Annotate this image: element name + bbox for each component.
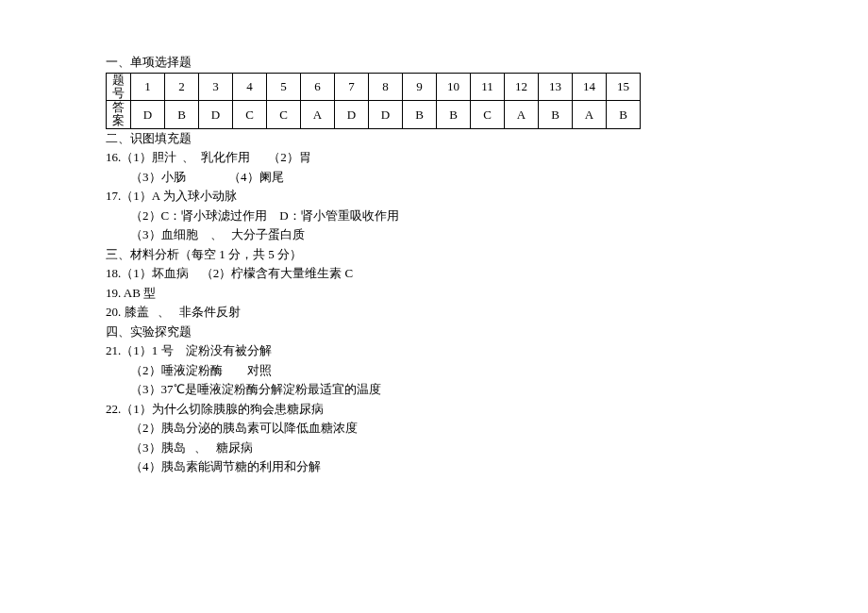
col-ans: C — [471, 101, 505, 129]
col-ans: C — [233, 101, 267, 129]
col-ans: B — [165, 101, 199, 129]
col-num: 12 — [505, 73, 539, 101]
col-num: 10 — [437, 73, 471, 101]
q17-line3: （3）血细胞 、 大分子蛋白质 — [106, 225, 868, 244]
col-ans: D — [199, 101, 233, 129]
col-num: 15 — [607, 73, 641, 101]
q21-line3: （3）37℃是唾液淀粉酶分解淀粉最适宜的温度 — [106, 380, 868, 399]
col-num: 7 — [335, 73, 369, 101]
col-num: 2 — [165, 73, 199, 101]
col-ans: A — [505, 101, 539, 129]
section-3-heading: 三、材料分析（每空 1 分，共 5 分） — [106, 245, 868, 264]
q22-line4: （4）胰岛素能调节糖的利用和分解 — [106, 457, 868, 476]
col-ans: B — [539, 101, 573, 129]
q18-line1: 18.（1）坏血病 （2）柠檬含有大量维生素 C — [106, 264, 868, 283]
col-num: 9 — [403, 73, 437, 101]
col-num: 11 — [471, 73, 505, 101]
q17-line1: 17.（1）A 为入球小动脉 — [106, 187, 868, 206]
col-num: 8 — [369, 73, 403, 101]
q20-line1: 20. 膝盖 、 非条件反射 — [106, 303, 868, 322]
table-row: 答案 D B D C C A D D B B C A B A B — [107, 101, 641, 129]
col-ans: B — [437, 101, 471, 129]
col-ans: A — [301, 101, 335, 129]
col-num: 13 — [539, 73, 573, 101]
col-ans: D — [369, 101, 403, 129]
q16-line2: （3）小肠 （4）阑尾 — [106, 168, 868, 187]
q21-line1: 21.（1）1 号 淀粉没有被分解 — [106, 341, 868, 360]
col-ans: B — [403, 101, 437, 129]
col-ans: D — [335, 101, 369, 129]
col-num: 4 — [233, 73, 267, 101]
col-ans: B — [607, 101, 641, 129]
q22-line3: （3）胰岛 、 糖尿病 — [106, 439, 868, 457]
col-num: 5 — [267, 73, 301, 101]
col-num: 3 — [199, 73, 233, 101]
col-ans: D — [131, 101, 165, 129]
q19-line1: 19. AB 型 — [106, 284, 868, 303]
section-1-heading: 一、单项选择题 — [106, 53, 868, 72]
q21-line2: （2）唾液淀粉酶 对照 — [106, 361, 868, 380]
q22-line1: 22.（1）为什么切除胰腺的狗会患糖尿病 — [106, 400, 868, 419]
col-ans: C — [267, 101, 301, 129]
section-2-heading: 二、识图填充题 — [106, 129, 868, 148]
col-ans: A — [573, 101, 607, 129]
col-num: 14 — [573, 73, 607, 101]
row-label-number: 题号 — [107, 73, 131, 101]
col-num: 1 — [131, 73, 165, 101]
section-4-heading: 四、实验探究题 — [106, 323, 868, 341]
col-num: 6 — [301, 73, 335, 101]
q16-line1: 16.（1）胆汁 、 乳化作用 （2）胃 — [106, 148, 868, 167]
table-row: 题号 1 2 3 4 5 6 7 8 9 10 11 12 13 14 15 — [107, 73, 641, 101]
answer-table: 题号 1 2 3 4 5 6 7 8 9 10 11 12 13 14 15 答… — [106, 73, 641, 129]
q17-line2: （2）C：肾小球滤过作用 D：肾小管重吸收作用 — [106, 207, 868, 225]
row-label-answer: 答案 — [107, 101, 131, 129]
q22-line2: （2）胰岛分泌的胰岛素可以降低血糖浓度 — [106, 419, 868, 438]
